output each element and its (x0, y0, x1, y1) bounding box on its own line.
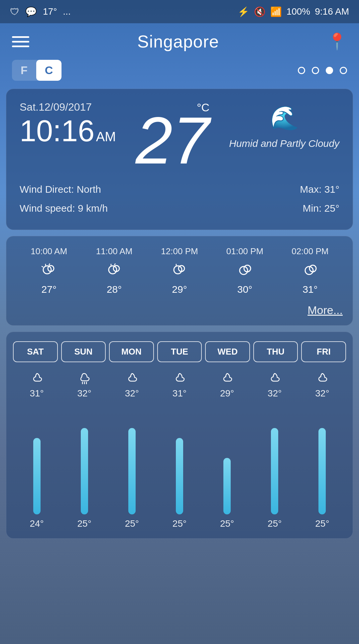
weekly-min-2: 25° (108, 518, 156, 529)
page-dot-3[interactable] (340, 67, 347, 74)
hourly-row: 10:00 AM 27° 11:00 AM 28° 12:00 PM 29° 0… (16, 246, 343, 298)
weekly-min-1: 25° (60, 518, 108, 529)
hourly-item-4: 02:00 PM 31° (278, 246, 343, 298)
wind-speed: Wind speed: 9 km/h (20, 199, 108, 218)
day-tabs: SAT SUN MON TUE WED THU FRI (13, 341, 346, 362)
unit-c-button[interactable]: C (36, 60, 62, 81)
weekly-max-0: 31° (13, 388, 60, 399)
status-right: ⚡ 🔇 📶 100% 9:16 AM (238, 6, 349, 17)
day-tab-wed[interactable]: WED (205, 341, 250, 362)
page-dot-1[interactable] (312, 67, 319, 74)
weekly-max-4: 29° (203, 388, 251, 399)
humidity-icon: 🌊 (270, 104, 299, 132)
hourly-icon-1 (106, 263, 123, 279)
status-time: 9:16 AM (315, 6, 349, 17)
hourly-item-3: 01:00 PM 30° (212, 246, 277, 298)
bar-fill-6 (318, 428, 326, 514)
weekly-forecast-card: SAT SUN MON TUE WED THU FRI 31° (6, 332, 353, 539)
battery-label: 100% (287, 6, 310, 17)
condition-block: 🌊 Humid and Partly Cloudy (229, 101, 339, 150)
weekly-max-2: 32° (108, 388, 156, 399)
bar-col-1 (60, 401, 108, 514)
location-icon[interactable]: 📍 (327, 32, 347, 51)
bar-fill-0 (33, 438, 41, 514)
wind-direction: Wind Direct: North (20, 180, 108, 199)
bar-wrapper-3 (176, 418, 183, 514)
mute-icon: 🔇 (254, 6, 266, 17)
svg-point-9 (174, 266, 182, 274)
unit-f-button[interactable]: F (12, 60, 36, 81)
hourly-icon-0 (41, 263, 57, 279)
hourly-temp-3: 30° (237, 284, 252, 295)
shield-icon: 🛡 (10, 6, 19, 17)
bar-col-3 (156, 401, 203, 514)
day-tab-tue[interactable]: TUE (157, 341, 202, 362)
weekly-min-row: 24° 25° 25° 25° 25° 25° 25° (13, 518, 346, 529)
date-text: Sat.12/09/2017 (20, 101, 116, 113)
temp-block: °C 27 (136, 101, 209, 170)
hourly-time-4: 02:00 PM (292, 246, 328, 257)
max-min-block: Max: 31° Min: 25° (300, 180, 339, 218)
bar-fill-1 (81, 428, 88, 514)
weekly-max-5: 32° (251, 388, 299, 399)
hourly-icon-2 (171, 263, 188, 279)
more-link[interactable]: More... (16, 304, 343, 322)
weekly-min-3: 25° (156, 518, 203, 529)
weekly-max-1: 32° (60, 388, 108, 399)
unit-toggle-row: F C (0, 60, 359, 89)
bar-col-5 (251, 401, 299, 514)
hamburger-menu[interactable] (12, 36, 29, 47)
day-tab-sat[interactable]: SAT (13, 341, 58, 362)
bar-fill-4 (223, 458, 231, 514)
weekly-icon-0 (13, 370, 60, 385)
bar-wrapper-1 (81, 418, 88, 514)
unit-toggle[interactable]: F C (12, 60, 61, 81)
time-text: 10:16 (20, 114, 94, 148)
weekly-max-6: 32° (299, 388, 346, 399)
wifi-icon: 📶 (270, 6, 282, 17)
svg-point-0 (43, 266, 51, 274)
status-temp: 17° (43, 6, 57, 17)
day-tab-thu[interactable]: THU (253, 341, 298, 362)
bar-wrapper-2 (128, 418, 136, 514)
weekly-min-0: 24° (13, 518, 60, 529)
hourly-temp-1: 28° (107, 284, 122, 295)
hourly-icon-4 (302, 263, 318, 279)
day-tab-fri[interactable]: FRI (301, 341, 346, 362)
bars-container (13, 401, 346, 514)
weekly-max-3: 31° (156, 388, 203, 399)
status-bar: 🛡 💬 17° ... ⚡ 🔇 📶 100% 9:16 AM (0, 0, 359, 23)
hourly-time-1: 11:00 AM (96, 246, 133, 257)
svg-line-8 (114, 264, 115, 265)
bar-col-0 (13, 401, 60, 514)
weekly-min-4: 25° (203, 518, 251, 529)
condition-text: Humid and Partly Cloudy (229, 137, 339, 150)
min-temp: Min: 25° (300, 199, 339, 218)
hourly-item-2: 12:00 PM 29° (147, 246, 212, 298)
current-weather-card: Sat.12/09/2017 10:16 AM °C 27 🌊 Humid an… (6, 89, 353, 230)
hourly-time-0: 10:00 AM (31, 246, 67, 257)
hourly-temp-0: 27° (42, 284, 57, 295)
weekly-icon-4 (203, 370, 251, 385)
weekly-max-row: 31° 32° 32° 31° 29° 32° 32° (13, 388, 346, 399)
weekly-min-6: 25° (299, 518, 346, 529)
status-left: 🛡 💬 17° ... (10, 6, 71, 17)
page-dot-2[interactable] (326, 67, 333, 74)
wind-info: Wind Direct: North Wind speed: 9 km/h (20, 180, 108, 218)
bar-fill-2 (128, 428, 136, 514)
time-display: 10:16 AM (20, 116, 116, 146)
hourly-time-2: 12:00 PM (161, 246, 198, 257)
day-tab-mon[interactable]: MON (109, 341, 154, 362)
bar-wrapper-4 (223, 418, 231, 514)
bar-fill-3 (176, 438, 183, 514)
page-dot-0[interactable] (298, 67, 305, 74)
bar-col-2 (108, 401, 156, 514)
message-icon: 💬 (25, 6, 37, 17)
weekly-icon-3 (156, 370, 203, 385)
status-dots: ... (63, 6, 70, 17)
bluetooth-icon: ⚡ (238, 6, 249, 17)
weather-card-bottom: Wind Direct: North Wind speed: 9 km/h Ma… (20, 180, 339, 218)
current-temp: 27 (136, 111, 209, 170)
day-tab-sun[interactable]: SUN (61, 341, 106, 362)
max-temp: Max: 31° (300, 180, 339, 199)
